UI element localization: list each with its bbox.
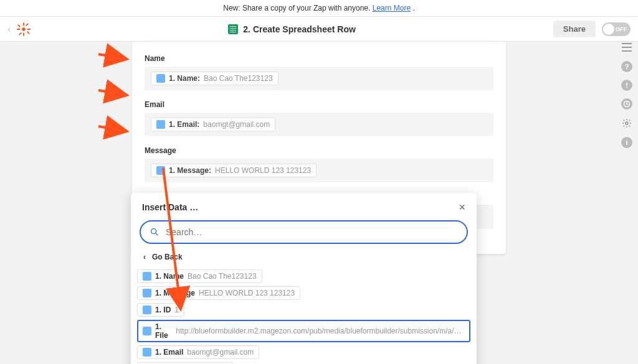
publish-toggle[interactable]: OFF [602, 22, 631, 36]
announcement-text: New: Share a copy of your Zap with anyon… [223, 4, 372, 12]
svg-rect-6 [27, 30, 30, 34]
token-message[interactable]: 1. Message: HELLO WORLD 123 123123 [151, 164, 317, 177]
form-source-icon [156, 74, 165, 83]
svg-rect-2 [23, 32, 24, 36]
popup-title: Insert Data … [142, 202, 198, 212]
svg-point-12 [626, 122, 628, 124]
field-input-name[interactable]: 1. Name: Bao Cao The123123 [145, 67, 493, 90]
field-label-message: Message [145, 146, 493, 155]
field-input-message[interactable]: 1. Message: HELLO WORLD 123 123123 [145, 159, 493, 182]
history-icon[interactable] [621, 98, 632, 110]
field-label-name: Name [145, 54, 493, 63]
close-icon[interactable]: × [459, 202, 465, 213]
back-chevron-icon[interactable]: ‹ [7, 24, 11, 35]
svg-rect-4 [27, 29, 31, 30]
settings-icon[interactable] [621, 117, 633, 129]
zapier-logo-icon[interactable] [17, 22, 31, 36]
token-email[interactable]: 1. Email: baomgt@gmail.com [151, 118, 275, 131]
field-message: Message 1. Message: HELLO WORLD 123 1231… [145, 146, 493, 182]
step-title: 2. Create Spreadsheet Row [243, 24, 356, 34]
popup-searchbox[interactable] [140, 220, 468, 244]
step-title-container: 2. Create Spreadsheet Row [228, 24, 356, 34]
svg-rect-1 [23, 22, 24, 26]
help-icon[interactable]: ? [621, 61, 632, 72]
svg-point-0 [22, 27, 26, 31]
search-input[interactable] [164, 226, 458, 238]
google-sheets-icon [228, 24, 238, 34]
field-email: Email 1. Email: baomgt@gmail.com [145, 100, 493, 136]
svg-rect-8 [19, 32, 22, 35]
right-rail: ? ! i [616, 37, 638, 148]
info-icon[interactable]: i [621, 137, 632, 148]
svg-point-9 [151, 229, 156, 234]
go-back-button[interactable]: ‹ Go Back [131, 244, 477, 264]
announcement-bar: New: Share a copy of your Zap with anyon… [0, 0, 638, 17]
menu-icon[interactable] [621, 41, 633, 54]
form-source-icon [156, 120, 165, 129]
svg-rect-5 [17, 24, 21, 27]
announcement-link[interactable]: Learn More [373, 4, 411, 12]
form-source-icon [156, 166, 165, 175]
insert-data-popup: Insert Data … × ‹ Go Back 1. Name Bao Ca… [131, 193, 477, 266]
search-icon [150, 227, 160, 237]
svg-rect-3 [17, 29, 21, 30]
share-button[interactable]: Share [553, 21, 596, 37]
token-name[interactable]: 1. Name: Bao Cao The123123 [151, 72, 279, 85]
popup-data-list: 1. Name Bao Cao The1231231. Message HELL… [131, 264, 477, 266]
previous-field-edge [145, 39, 493, 44]
top-bar: ‹ 2. Create Spreadsheet Row Share OFF [0, 17, 638, 42]
chevron-left-icon: ‹ [143, 253, 146, 261]
field-label-email: Email [145, 100, 493, 109]
svg-line-10 [156, 233, 158, 235]
alert-icon[interactable]: ! [621, 80, 632, 91]
svg-rect-7 [26, 23, 29, 26]
field-name: Name 1. Name: Bao Cao The123123 [145, 54, 493, 90]
field-input-email[interactable]: 1. Email: baomgt@gmail.com [145, 113, 493, 136]
